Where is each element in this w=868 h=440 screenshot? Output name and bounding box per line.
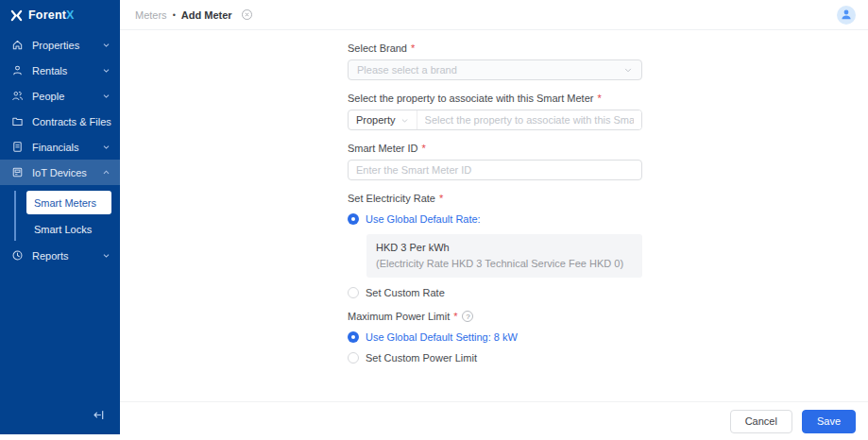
save-button[interactable]: Save [802,410,856,433]
required-asterisk: * [422,143,426,154]
chevron-down-icon [102,41,111,49]
people-icon [11,90,24,102]
sidebar: ForentX Properties Rentals People Contra… [0,0,120,434]
sidebar-item-label: People [32,91,94,102]
select-arrow-icon [400,116,409,125]
use-global-default-power-option[interactable]: Use Global Default Setting: 8 kW [348,331,642,343]
document-icon [11,141,24,153]
meter-icon [11,166,24,178]
sidebar-item-rentals[interactable]: Rentals [0,58,120,83]
power-limit-label: Maximum Power Limit* [348,311,642,322]
set-custom-power-limit-option[interactable]: Set Custom Power Limit [348,352,642,364]
sidebar-item-label: Reports [32,250,94,262]
sidebar-item-label: Contracts & Files [32,116,111,127]
sidebar-item-reports[interactable]: Reports [0,243,120,268]
user-avatar[interactable] [837,6,856,25]
breadcrumb: Meters • Add Meter [135,8,253,21]
sidebar-nav: Properties Rentals People Contracts & Fi… [0,32,120,268]
add-meter-form: Select Brand* Please select a brand Sele… [348,42,642,364]
breadcrumb-separator: • [173,10,176,20]
meter-id-input[interactable] [348,160,642,180]
question-circle-icon[interactable] [462,311,473,322]
radio-unselected-icon[interactable] [348,287,359,298]
default-rate-detail: (Electricity Rate HKD 3 Technical Servic… [376,256,633,272]
default-rate-title: HKD 3 Per kWh [376,240,633,256]
brand-label: Select Brand* [348,42,642,54]
sidebar-item-iot-devices[interactable]: IoT Devices [0,160,120,185]
sidebar-item-contracts-files[interactable]: Contracts & Files [0,109,120,134]
iot-devices-submenu: Smart Meters Smart Locks [14,191,120,241]
sidebar-item-label: IoT Devices [32,167,94,178]
radio-label: Set Custom Power Limit [366,352,477,364]
default-rate-info-box: HKD 3 Per kWh (Electricity Rate HKD 3 Te… [366,234,642,278]
collapse-sidebar-icon [93,409,105,423]
sidebar-item-financials[interactable]: Financials [0,134,120,160]
breadcrumb-parent[interactable]: Meters [135,9,167,21]
app-root: ForentX Properties Rentals People Contra… [0,0,868,440]
form-footer: Cancel Save [120,401,868,440]
required-asterisk: * [411,42,415,54]
topbar: Meters • Add Meter [120,0,868,30]
sub-item-label: Smart Locks [34,224,92,235]
breadcrumb-current: Add Meter [181,9,232,21]
electricity-rate-label: Set Electricity Rate* [348,193,642,204]
use-global-default-rate-option[interactable]: Use Global Default Rate: [348,213,642,225]
set-custom-rate-option[interactable]: Set Custom Rate [348,287,642,298]
user-icon [840,8,853,23]
sidebar-item-label: Rentals [32,65,94,76]
radio-unselected-icon[interactable] [348,352,359,364]
required-asterisk: * [439,193,443,204]
main-area: Meters • Add Meter Select Brand* Please … [120,0,868,440]
chevron-up-icon [102,168,111,177]
close-circle-icon[interactable] [241,8,253,21]
property-label: Select the property to associate with th… [348,93,642,104]
chevron-down-icon [102,251,111,260]
collapse-sidebar-button[interactable] [93,409,120,434]
radio-selected-icon[interactable] [348,331,359,343]
required-asterisk: * [453,311,457,322]
sidebar-item-smart-locks[interactable]: Smart Locks [26,217,111,241]
property-type-label: Property [356,114,396,126]
radio-label: Use Global Default Setting: 8 kW [366,331,518,343]
clock-icon [11,249,24,262]
cancel-button[interactable]: Cancel [730,410,792,433]
sidebar-item-label: Properties [32,40,94,51]
chevron-down-icon [102,143,111,151]
select-arrow-icon [623,65,633,75]
chevron-down-icon [102,66,111,75]
brand-select-placeholder: Please select a brand [357,64,457,76]
meter-id-label: Smart Meter ID* [348,143,642,154]
home-icon [11,39,24,51]
brand-logo[interactable]: ForentX [0,0,120,30]
sidebar-item-people[interactable]: People [0,83,120,109]
sidebar-item-label: Financials [32,142,94,153]
person-icon [11,64,24,76]
brand-x-icon [10,9,23,22]
radio-label: Use Global Default Rate: [366,213,481,225]
brand-select[interactable]: Please select a brand [348,59,642,80]
sidebar-item-properties[interactable]: Properties [0,32,120,58]
radio-selected-icon[interactable] [348,213,359,225]
chevron-down-icon [102,92,111,100]
required-asterisk: * [597,93,601,104]
folder-icon [11,115,24,127]
sidebar-item-smart-meters[interactable]: Smart Meters [26,191,111,214]
content-area: Select Brand* Please select a brand Sele… [120,30,868,401]
brand-name: ForentX [28,8,75,22]
radio-label: Set Custom Rate [366,287,445,298]
property-search-input[interactable] [417,110,641,129]
property-field-group: Property [348,110,642,130]
property-type-select[interactable]: Property [349,110,417,129]
sub-item-label: Smart Meters [34,197,96,209]
